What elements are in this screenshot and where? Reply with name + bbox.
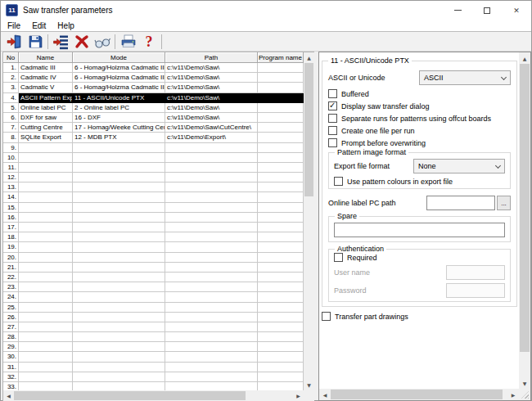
panel-vertical-scrollbar[interactable]: ▲ ▼: [519, 52, 530, 389]
panel-vscroll-track[interactable]: [519, 64, 530, 377]
table-hscroll-track[interactable]: [14, 390, 293, 401]
table-vertical-scrollbar[interactable]: ▲ ▼: [304, 52, 314, 390]
maximize-button[interactable]: [472, 1, 502, 20]
minimize-button[interactable]: [443, 1, 472, 20]
view-button[interactable]: [92, 33, 112, 51]
use-pattern-colours-label[interactable]: Use pattern colours in export file: [347, 178, 453, 186]
scroll-down-icon[interactable]: ▼: [304, 380, 314, 390]
cell-name: [19, 292, 73, 302]
separate-runs-checkbox[interactable]: [328, 114, 337, 123]
table-row[interactable]: 19.: [3, 242, 314, 252]
table-row[interactable]: 11.: [3, 163, 314, 173]
authentication-required-label[interactable]: Required: [347, 254, 377, 262]
cell-program-name: [258, 83, 304, 92]
cell-name: [19, 342, 73, 352]
panel-hscroll-track[interactable]: [331, 389, 507, 400]
panel-vscroll-thumb[interactable]: [520, 64, 530, 352]
table-row[interactable]: 26.: [3, 313, 314, 322]
table-row[interactable]: 7. Cutting Centre 17 - Homag/Weeke Cutti…: [3, 123, 314, 133]
table-row[interactable]: 29.: [3, 342, 314, 352]
table-row[interactable]: 8. SQLite Export 12 - MDB PTX c:\v11\Dem…: [3, 133, 314, 142]
authentication-required-checkbox[interactable]: [334, 253, 343, 262]
cell-mode: [73, 163, 165, 173]
browse-button[interactable]: ...: [497, 196, 511, 210]
cell-path: [165, 173, 258, 182]
table-vscroll-track[interactable]: [304, 63, 314, 380]
scroll-left-icon[interactable]: ◀: [319, 389, 331, 400]
scroll-up-icon[interactable]: ▲: [304, 52, 314, 63]
table-row[interactable]: 25.: [3, 303, 314, 313]
table-row[interactable]: 21.: [3, 263, 314, 273]
cell-mode: 2 - Online label PC: [73, 103, 165, 113]
display-saw-transfer-dialog-checkbox[interactable]: [328, 101, 337, 110]
table-row[interactable]: 16.: [3, 213, 314, 223]
cell-no: 29.: [3, 342, 19, 352]
menu-file[interactable]: File: [2, 21, 26, 30]
prompt-before-overwriting-checkbox[interactable]: [328, 138, 337, 147]
table-horizontal-scrollbar[interactable]: ◀ ▶: [3, 390, 304, 401]
separate-runs-label[interactable]: Separate runs for patterns using offcut …: [341, 115, 491, 123]
transfer-part-drawings-label[interactable]: Transfer part drawings: [335, 313, 408, 321]
exit-button[interactable]: [4, 33, 25, 51]
table-row[interactable]: 30.: [3, 352, 314, 362]
table-row[interactable]: 22.: [3, 273, 314, 282]
table-row[interactable]: 14.: [3, 192, 314, 202]
scroll-left-icon[interactable]: ◀: [3, 390, 14, 401]
table-row[interactable]: 6. DXF for saw 16 - DXF c:\v11\Demo\Saw\: [3, 113, 314, 123]
menu-help[interactable]: Help: [52, 21, 80, 30]
resize-grip[interactable]: [519, 389, 530, 400]
table-row[interactable]: 24.: [3, 292, 314, 302]
menu-edit[interactable]: Edit: [26, 21, 52, 30]
cell-program-name: [258, 123, 304, 133]
transfer-part-drawings-checkbox[interactable]: [322, 312, 331, 321]
insert-line-button[interactable]: [51, 33, 71, 51]
table-hscroll-thumb[interactable]: [14, 391, 246, 400]
table-row[interactable]: 9.: [3, 143, 314, 153]
save-button[interactable]: [25, 33, 45, 51]
table-row[interactable]: 28.: [3, 332, 314, 342]
print-button[interactable]: [118, 33, 138, 51]
panel-hscroll-thumb[interactable]: [331, 390, 503, 399]
table-row[interactable]: 18.: [3, 232, 314, 242]
table-row[interactable]: 17.: [3, 223, 314, 232]
online-label-pc-path-input[interactable]: [426, 196, 495, 210]
cell-name: [19, 203, 73, 213]
table-row[interactable]: 20.: [3, 253, 314, 263]
table-row[interactable]: 4. ASCII Pattern Export 11 - ASCII/Unico…: [3, 93, 314, 103]
help-button[interactable]: ?: [138, 33, 159, 51]
table-row[interactable]: 2. Cadmatic IV 6 - Homag/Holzma Cadmatic…: [3, 73, 314, 83]
scroll-right-icon[interactable]: ▶: [293, 390, 304, 401]
panel-horizontal-scrollbar[interactable]: ◀ ▶: [319, 389, 519, 400]
buffered-checkbox[interactable]: [328, 89, 337, 98]
window-title: Saw transfer parameters: [23, 6, 113, 15]
cell-name: [19, 232, 73, 242]
create-one-file-per-run-checkbox[interactable]: [328, 126, 337, 135]
buffered-label[interactable]: Buffered: [341, 90, 369, 98]
scroll-down-icon[interactable]: ▼: [519, 377, 530, 389]
export-file-format-select[interactable]: None: [413, 159, 505, 173]
table-row[interactable]: 31.: [3, 363, 314, 372]
scroll-right-icon[interactable]: ▶: [507, 389, 519, 400]
table-row[interactable]: 27.: [3, 322, 314, 332]
table-row[interactable]: 13.: [3, 182, 314, 192]
use-pattern-colours-checkbox[interactable]: [334, 177, 343, 186]
table-row[interactable]: 23.: [3, 282, 314, 292]
table-row[interactable]: 15.: [3, 203, 314, 213]
create-one-file-per-run-label[interactable]: Create one file per run: [341, 127, 415, 135]
table-row[interactable]: 10.: [3, 153, 314, 163]
table-scrollbar-corner: [304, 390, 314, 401]
ascii-or-unicode-select[interactable]: ASCII: [419, 70, 511, 85]
prompt-before-overwriting-label[interactable]: Prompt before overwriting: [341, 139, 426, 147]
table-row[interactable]: 1. Cadmatic III 6 - Homag/Holzma Cadmati…: [3, 63, 314, 73]
table-row[interactable]: 12.: [3, 173, 314, 182]
table-row[interactable]: 32.: [3, 372, 314, 382]
close-button[interactable]: ✕: [502, 1, 531, 20]
delete-button[interactable]: [71, 33, 92, 51]
table-vscroll-thumb[interactable]: [304, 63, 313, 196]
table-row[interactable]: 3. Cadmatic V 6 - Homag/Holzma Cadmatic …: [3, 83, 314, 92]
scroll-up-icon[interactable]: ▲: [519, 52, 530, 64]
spare-input[interactable]: [334, 223, 505, 237]
cell-no: 13.: [3, 182, 19, 192]
table-row[interactable]: 5. Online label PC 2 - Online label PC c…: [3, 103, 314, 113]
display-saw-transfer-dialog-label[interactable]: Display saw transfer dialog: [341, 102, 430, 110]
